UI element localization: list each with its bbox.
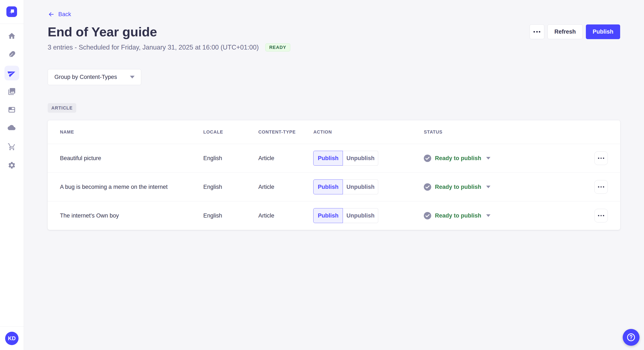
column-header-content-type: CONTENT-TYPE bbox=[258, 130, 313, 135]
row-publish-button[interactable]: Publish bbox=[313, 151, 343, 166]
cloud-icon bbox=[8, 124, 16, 133]
status-label: Ready to publish bbox=[435, 184, 481, 190]
chevron-down-icon bbox=[486, 157, 490, 160]
row-publish-button[interactable]: Publish bbox=[313, 208, 343, 223]
layout-icon bbox=[8, 106, 16, 114]
group-by-label: Group by Content-Types bbox=[54, 74, 117, 80]
table-row: Beautiful picture English Article Publis… bbox=[48, 144, 620, 173]
arrow-left-icon bbox=[48, 11, 55, 18]
table-header-row: NAME LOCALE CONTENT-TYPE ACTION STATUS bbox=[48, 120, 620, 144]
row-more-button[interactable] bbox=[594, 151, 608, 165]
group-by-select[interactable]: Group by Content-Types bbox=[48, 69, 142, 85]
chevron-down-icon bbox=[486, 214, 490, 217]
action-toggle: Publish Unpublish bbox=[313, 208, 424, 223]
sidebar-item-deploy[interactable] bbox=[4, 121, 19, 136]
check-circle-icon bbox=[424, 183, 431, 191]
entry-locale: English bbox=[204, 184, 258, 190]
status-label: Ready to publish bbox=[435, 155, 481, 162]
app-window: KD Back End of Year guide Refresh Publis… bbox=[0, 0, 644, 350]
content-type-group-badge: ARTICLE bbox=[48, 103, 76, 113]
check-circle-icon bbox=[424, 212, 431, 219]
help-button[interactable] bbox=[623, 329, 640, 346]
sidebar-item-media-library[interactable] bbox=[4, 84, 19, 99]
status-dropdown[interactable]: Ready to publish bbox=[424, 183, 588, 191]
entry-locale: English bbox=[204, 155, 258, 162]
entry-content-type: Article bbox=[258, 212, 313, 219]
ellipsis-icon bbox=[534, 31, 540, 32]
cart-icon bbox=[8, 143, 16, 151]
sidebar-item-content-manager[interactable] bbox=[4, 47, 19, 62]
question-mark-icon bbox=[626, 332, 636, 342]
ellipsis-icon bbox=[598, 158, 604, 159]
column-header-locale: LOCALE bbox=[204, 130, 258, 135]
subtitle-row: 3 entries - Scheduled for Friday, Januar… bbox=[48, 43, 620, 52]
chevron-down-icon bbox=[486, 186, 490, 188]
title-row: End of Year guide Refresh Publish bbox=[48, 23, 620, 40]
row-more-button[interactable] bbox=[594, 209, 608, 222]
main-content: Back End of Year guide Refresh Publish 3… bbox=[24, 0, 644, 350]
back-label: Back bbox=[58, 11, 71, 18]
row-more-button[interactable] bbox=[594, 180, 608, 194]
column-header-status: STATUS bbox=[424, 130, 588, 135]
entry-content-type: Article bbox=[258, 155, 313, 162]
sidebar-item-releases[interactable] bbox=[4, 66, 19, 80]
home-icon bbox=[8, 32, 16, 40]
strapi-logo[interactable] bbox=[6, 6, 17, 17]
release-status-badge: READY bbox=[265, 43, 290, 52]
chevron-down-icon bbox=[130, 76, 134, 78]
entry-name: Beautiful picture bbox=[60, 155, 204, 162]
row-unpublish-button[interactable]: Unpublish bbox=[343, 179, 378, 194]
sidebar-footer: KD bbox=[0, 326, 24, 350]
entry-content-type: Article bbox=[258, 184, 313, 190]
page-title: End of Year guide bbox=[48, 23, 157, 40]
status-dropdown[interactable]: Ready to publish bbox=[424, 155, 588, 162]
media-library-icon bbox=[8, 87, 16, 96]
paper-plane-icon bbox=[8, 69, 16, 77]
action-toggle: Publish Unpublish bbox=[313, 151, 424, 166]
release-more-button[interactable] bbox=[530, 24, 544, 39]
table-row: A bug is becoming a meme on the internet… bbox=[48, 173, 620, 201]
refresh-button[interactable]: Refresh bbox=[548, 24, 582, 39]
ellipsis-icon bbox=[598, 215, 604, 216]
strapi-logo-icon bbox=[7, 7, 16, 16]
sidebar-item-content-type-builder[interactable] bbox=[4, 103, 19, 117]
status-dropdown[interactable]: Ready to publish bbox=[424, 212, 588, 219]
action-toggle: Publish Unpublish bbox=[313, 179, 424, 194]
feather-icon bbox=[8, 50, 16, 59]
row-unpublish-button[interactable]: Unpublish bbox=[343, 151, 378, 166]
sidebar-item-marketplace[interactable] bbox=[4, 140, 19, 154]
sidebar: KD bbox=[0, 0, 24, 350]
ellipsis-icon bbox=[598, 186, 604, 187]
logo-area bbox=[0, 0, 24, 24]
status-label: Ready to publish bbox=[435, 212, 481, 219]
sidebar-item-home[interactable] bbox=[4, 29, 19, 43]
entries-table-card: NAME LOCALE CONTENT-TYPE ACTION STATUS B… bbox=[48, 120, 620, 230]
row-unpublish-button[interactable]: Unpublish bbox=[343, 208, 378, 223]
release-subtitle: 3 entries - Scheduled for Friday, Januar… bbox=[48, 44, 259, 51]
entry-name: The internet's Own boy bbox=[60, 212, 204, 219]
entry-name: A bug is becoming a meme on the internet bbox=[60, 184, 204, 190]
sidebar-item-settings[interactable] bbox=[4, 158, 19, 173]
header-actions: Refresh Publish bbox=[530, 24, 620, 39]
table-row: The internet's Own boy English Article P… bbox=[48, 201, 620, 230]
entry-locale: English bbox=[204, 212, 258, 219]
column-header-name: NAME bbox=[60, 130, 204, 135]
check-circle-icon bbox=[424, 155, 431, 162]
publish-release-button[interactable]: Publish bbox=[586, 24, 620, 39]
user-avatar[interactable]: KD bbox=[5, 332, 19, 345]
sidebar-nav bbox=[0, 24, 24, 173]
row-publish-button[interactable]: Publish bbox=[313, 179, 343, 194]
column-header-action: ACTION bbox=[313, 130, 424, 135]
gear-icon bbox=[8, 161, 16, 170]
back-link[interactable]: Back bbox=[48, 10, 71, 19]
